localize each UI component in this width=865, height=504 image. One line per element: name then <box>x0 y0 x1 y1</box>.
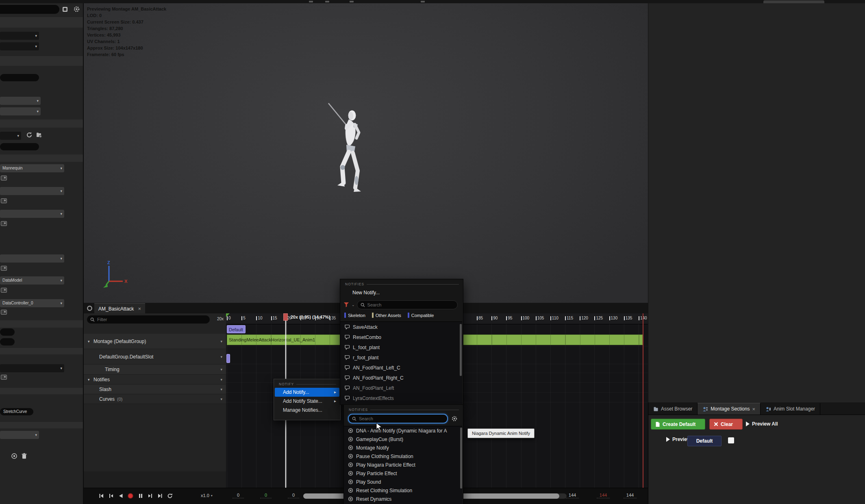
numeric-field[interactable] <box>0 328 15 336</box>
menu-section-header: NOTIFY <box>274 379 340 388</box>
details-search-input[interactable] <box>0 5 59 14</box>
frame-counter-current[interactable]: 0 <box>260 493 272 498</box>
notify-class-item[interactable]: Montage Notify <box>344 443 462 452</box>
notify-list-item[interactable]: AN_FootPlant_Left_C <box>340 363 462 373</box>
panel-layout-icon[interactable] <box>62 6 68 13</box>
notify-marker-slash[interactable] <box>226 354 230 363</box>
data-model-dropdown[interactable]: DataModel▾ <box>0 276 64 285</box>
dropdown[interactable]: ▾ <box>0 97 41 105</box>
dropdown[interactable]: ▾ <box>0 431 39 439</box>
frame-counter[interactable]: 0 <box>288 493 299 498</box>
dropdown[interactable]: ▾ <box>0 210 64 218</box>
preview-all-button[interactable]: Preview All <box>746 421 778 427</box>
notify-class-item[interactable]: Reset Clothing Simulation <box>344 486 462 495</box>
filter-chip-compatible[interactable]: Compatible <box>408 313 434 318</box>
step-forward-button[interactable] <box>146 491 155 501</box>
play-reverse-button[interactable] <box>116 491 125 501</box>
outliner-row[interactable]: DefaultGroup.DefaultSlot▾ <box>84 349 226 365</box>
step-back-button[interactable] <box>106 491 115 501</box>
notify-list-item[interactable]: ResetCombo <box>340 332 462 342</box>
notify-list-item[interactable]: L_foot_plant <box>340 342 462 352</box>
skip-to-start-button[interactable] <box>96 491 106 501</box>
numeric-field[interactable] <box>0 338 15 345</box>
outliner-row[interactable]: ▾Notifies▾ <box>84 375 226 385</box>
eye-icon[interactable] <box>11 453 18 459</box>
section-default-chip[interactable]: Default <box>687 436 722 446</box>
scrollbar-thumb[interactable] <box>460 324 462 376</box>
montage-section-default[interactable]: Default <box>227 325 246 333</box>
filter-funnel-icon[interactable] <box>343 302 350 308</box>
pause-button[interactable] <box>136 491 145 501</box>
end-frame-counter-alert[interactable]: 144 <box>597 493 610 498</box>
tab-anim-slot-manager[interactable]: Anim Slot Manager <box>761 403 820 415</box>
class-search-input[interactable]: Search <box>348 414 448 424</box>
notify-class-item[interactable]: Play Sound <box>344 478 462 486</box>
tab-asset-browser[interactable]: Asset Browser <box>648 403 698 415</box>
chevron-down-icon[interactable]: ⌄ <box>352 303 355 307</box>
notify-class-item[interactable]: Pause Clothing Simulation <box>344 452 462 461</box>
mesh-dropdown[interactable]: Mannequin▾ <box>0 164 64 172</box>
outliner-row[interactable]: Curves(0)▾ <box>84 394 226 404</box>
filter-chip-skeleton[interactable]: Skeleton <box>344 313 365 318</box>
context-menu-item[interactable]: Add Notify State...▸ <box>275 397 339 406</box>
playhead-marker[interactable] <box>283 313 288 321</box>
notify-list-item[interactable]: AN_FootPlant_Left <box>340 383 462 393</box>
notify-list-item[interactable]: LyraContextEffects <box>340 393 462 403</box>
notify-list-item[interactable]: r_foot_plant <box>340 352 462 363</box>
dropdown[interactable]: ▾ <box>0 132 21 140</box>
dropdown[interactable]: ▾ <box>0 364 64 372</box>
x-icon <box>714 422 718 426</box>
axis-x-label: X <box>124 279 128 284</box>
text-field[interactable] <box>0 74 39 81</box>
outliner-row[interactable]: Slash▾ <box>84 385 226 394</box>
section-color-swatch[interactable] <box>728 437 734 443</box>
outliner-row[interactable]: Timing▾ <box>84 365 226 375</box>
notify-class-item[interactable]: Reset Dynamics <box>344 495 462 503</box>
context-menu-item[interactable]: Manage Notifies... <box>275 406 339 415</box>
gear-icon[interactable] <box>451 415 458 422</box>
curve-name-field[interactable]: StretchCurve <box>0 408 33 415</box>
close-icon[interactable]: × <box>138 306 141 311</box>
tab-am-basicattack[interactable]: AM_BasicAttack × <box>94 303 145 314</box>
dropdown[interactable]: ▾ <box>0 42 39 50</box>
notify-list-item[interactable]: SaveAttack <box>340 322 462 332</box>
unreal-persona-editor: ▾ ▾ ▾ ▾ ▾ Mannequin▾ ▾ ▾ ▾ DataModel▾ Da… <box>0 0 865 504</box>
new-notify-item[interactable]: New Notify... <box>352 290 380 295</box>
dropdown[interactable]: ▾ <box>0 254 64 263</box>
add-notify-submenu: NOTIFIES New Notify... ⌄ Search Skeleton… <box>340 279 463 405</box>
loop-button[interactable] <box>165 491 174 501</box>
notify-search-input[interactable]: Search <box>357 300 458 309</box>
dropdown[interactable]: ▾ <box>0 32 39 40</box>
browse-folder-icon[interactable] <box>36 132 42 138</box>
notify-class-item[interactable]: DNA - Anim Notify (Dynamic Niagara for A <box>344 426 462 435</box>
end-frame-counter[interactable]: 144 <box>624 493 637 498</box>
record-button[interactable] <box>126 491 135 501</box>
menu-section-header: NOTIFIES <box>344 405 463 413</box>
filter-input[interactable]: Filter <box>87 315 210 324</box>
close-icon[interactable]: × <box>752 406 755 412</box>
text-field[interactable] <box>0 143 39 150</box>
create-default-button[interactable]: Create Default <box>651 419 705 430</box>
scrollbar-thumb[interactable] <box>460 428 462 489</box>
end-frame-counter[interactable]: 144 <box>566 493 579 498</box>
filter-chip-other-assets[interactable]: Other Assets <box>372 313 401 318</box>
outliner-row[interactable]: ▾Montage (DefaultGroup)▾ <box>84 334 226 349</box>
clear-button[interactable]: Clear <box>709 419 743 430</box>
notify-class-item[interactable]: Play Particle Effect <box>344 469 462 478</box>
playback-speed-dropdown[interactable]: x1.0▾ <box>201 493 213 498</box>
skip-to-end-button[interactable] <box>155 491 165 501</box>
trash-icon[interactable] <box>21 453 27 459</box>
menu-section-header: NOTIFIES <box>340 279 463 288</box>
dropdown[interactable]: ▾ <box>0 187 64 195</box>
frame-counter[interactable]: 0 <box>233 493 244 498</box>
notify-list-item[interactable]: AN_FootPlant_Right_C <box>340 373 462 383</box>
preview-viewport[interactable]: Previewing Montage AM_BasicAttackLOD: 0C… <box>84 3 648 303</box>
data-controller-dropdown[interactable]: DataController_0▾ <box>0 299 64 307</box>
context-menu-item[interactable]: Add Notify...▸ <box>275 388 339 397</box>
notify-class-item[interactable]: Play Niagara Particle Effect <box>344 461 462 469</box>
notify-class-item[interactable]: GameplayCue (Burst) <box>344 435 462 443</box>
gear-icon[interactable] <box>73 6 80 13</box>
tab-montage-sections[interactable]: Montage Sections × <box>698 403 761 415</box>
refresh-icon[interactable] <box>26 132 33 138</box>
dropdown[interactable]: ▾ <box>0 107 41 115</box>
